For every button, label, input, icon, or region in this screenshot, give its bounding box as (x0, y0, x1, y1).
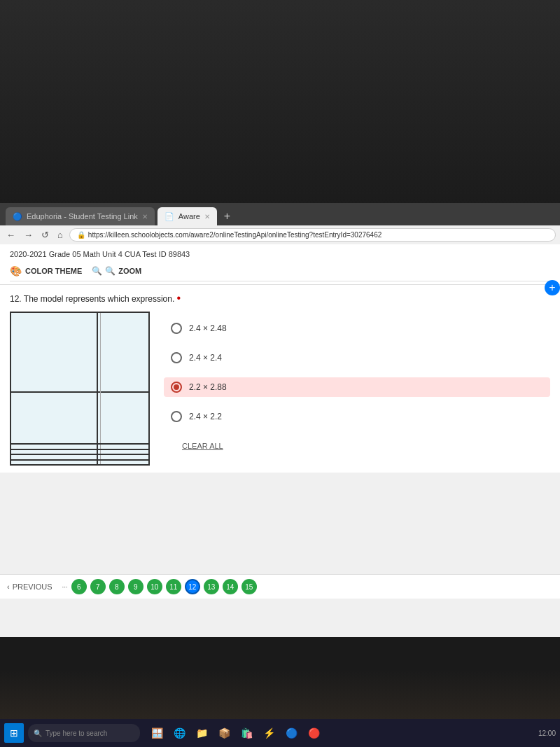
taskbar-app-dropbox[interactable]: 📦 (214, 723, 234, 743)
back-button[interactable]: ← (4, 230, 18, 240)
search-placeholder: Type here to search (46, 729, 107, 737)
tab-label: Eduphoria - Student Testing Link (27, 212, 138, 221)
stripe-4 (11, 459, 148, 461)
taskbar-app-chrome[interactable]: 🔵 (281, 723, 301, 743)
taskbar: ⊞ 🔍 Type here to search 🪟 🌐 📁 📦 🛍️ ⚡ 🔵 🔴… (0, 719, 560, 747)
zoom-out-icon[interactable]: 🔍 (92, 266, 102, 276)
test-info-bar: 2020-2021 Grade 05 Math Unit 4 CUA Test … (0, 244, 560, 285)
bottom-photo (0, 670, 560, 719)
ellipsis: ··· (62, 583, 68, 591)
tab-favicon: 🔵 (13, 212, 22, 221)
tab-favicon-2: 📄 (164, 212, 174, 221)
tab-label-2: Aware (178, 212, 200, 221)
taskbar-app-folder[interactable]: 📁 (192, 723, 211, 743)
laptop-screen: 🔵 Eduphoria - Student Testing Link ✕ 📄 A… (0, 203, 560, 637)
browser-chrome: 🔵 Eduphoria - Student Testing Link ✕ 📄 A… (0, 203, 560, 225)
tab-close-2[interactable]: ✕ (204, 213, 210, 221)
start-button[interactable]: ⊞ (4, 723, 24, 743)
clear-all-button[interactable]: CLEAR ALL (182, 442, 550, 450)
zoom-label: ZOOM (118, 267, 141, 275)
page-6[interactable]: 6 (71, 579, 87, 594)
search-icon: 🔍 (34, 729, 42, 737)
question-body-text: The model represents which expression. (24, 294, 174, 304)
question-number: 12. (10, 294, 24, 304)
radio-a[interactable] (171, 323, 182, 334)
test-info-text: 2020-2021 Grade 05 Math Unit 4 CUA Test … (10, 247, 550, 261)
choice-a[interactable]: 2.4 × 2.48 (164, 319, 550, 338)
choice-c-text: 2.2 × 2.88 (189, 382, 227, 392)
grid-model (10, 312, 150, 466)
float-action-button[interactable]: + (545, 280, 560, 295)
page-12[interactable]: 12 (185, 579, 200, 594)
taskbar-app-windows[interactable]: 🪟 (147, 723, 167, 743)
choice-a-text: 2.4 × 2.48 (189, 323, 227, 333)
bottom-stripes (11, 440, 148, 464)
horizontal-divider (11, 391, 148, 393)
page-7[interactable]: 7 (90, 579, 106, 594)
page-11[interactable]: 11 (166, 579, 181, 594)
taskbar-time: 12:00 (538, 729, 556, 737)
page-14[interactable]: 14 (223, 579, 238, 594)
grid-model-inner (11, 313, 148, 464)
new-tab-button[interactable]: + (220, 210, 234, 223)
home-button[interactable]: ⌂ (55, 230, 65, 240)
choice-b-text: 2.4 × 2.4 (189, 353, 222, 363)
radio-c[interactable] (171, 382, 182, 393)
address-bar[interactable]: 🔒 https://killeen.schoolobjects.com/awar… (69, 228, 556, 242)
taskbar-app-store[interactable]: 🛍️ (237, 723, 256, 743)
required-indicator: • (177, 292, 181, 304)
address-bar-row: ← → ↺ ⌂ 🔒 https://killeen.schoolobjects.… (0, 225, 560, 244)
refresh-button[interactable]: ↺ (39, 230, 51, 240)
prev-label: PREVIOUS (13, 582, 52, 591)
taskbar-apps: 🪟 🌐 📁 📦 🛍️ ⚡ 🔵 🔴 (147, 723, 323, 743)
tab-aware[interactable]: 📄 Aware ✕ (158, 207, 217, 225)
choice-c[interactable]: 2.2 × 2.88 (164, 377, 550, 397)
radio-d[interactable] (171, 411, 182, 422)
question-body: 2.4 × 2.48 2.4 × 2.4 2.2 × 2.88 2.4 × (10, 312, 550, 466)
choice-d[interactable]: 2.4 × 2.2 (164, 407, 550, 426)
color-wheel-icon: 🎨 (10, 265, 22, 277)
bottom-navigation: ‹ PREVIOUS ··· 6 7 8 9 10 11 12 13 14 15 (0, 574, 560, 599)
radio-c-inner (174, 384, 179, 390)
choice-b[interactable]: 2.4 × 2.4 (164, 348, 550, 368)
lock-icon: 🔒 (77, 231, 85, 239)
forward-button[interactable]: → (22, 230, 35, 240)
previous-button[interactable]: ‹ PREVIOUS (7, 582, 52, 591)
page-9[interactable]: 9 (128, 579, 144, 594)
url-text: https://killeen.schoolobjects.com/aware2… (88, 231, 382, 239)
tab-close-1[interactable]: ✕ (142, 213, 148, 221)
zoom-section: 🔍 🔍 ZOOM (92, 266, 141, 276)
taskbar-app-edge[interactable]: 🌐 (169, 723, 189, 743)
page-13[interactable]: 13 (204, 579, 219, 594)
toolbar: 🎨 COLOR THEME 🔍 🔍 ZOOM (10, 261, 550, 281)
radio-b[interactable] (171, 352, 182, 363)
stripe-2 (11, 449, 148, 450)
taskbar-app-bolt[interactable]: ⚡ (259, 723, 279, 743)
taskbar-search-bar[interactable]: 🔍 Type here to search (28, 724, 140, 742)
answer-choices: 2.4 × 2.48 2.4 × 2.4 2.2 × 2.88 2.4 × (164, 312, 550, 450)
tab-eduphoria[interactable]: 🔵 Eduphoria - Student Testing Link ✕ (6, 207, 155, 225)
color-theme-button[interactable]: 🎨 COLOR THEME (10, 265, 82, 277)
question-area: 12. The model represents which expressio… (0, 285, 560, 473)
stripe-3 (11, 454, 148, 455)
page-numbers: ··· 6 7 8 9 10 11 12 13 14 15 (62, 579, 257, 594)
page-15[interactable]: 15 (241, 579, 257, 594)
photo-background (0, 0, 560, 224)
zoom-in-icon[interactable]: 🔍 (105, 266, 115, 276)
taskbar-app-red[interactable]: 🔴 (304, 723, 323, 743)
stripe-1 (11, 443, 148, 445)
choice-d-text: 2.4 × 2.2 (189, 412, 222, 421)
tab-bar: 🔵 Eduphoria - Student Testing Link ✕ 📄 A… (6, 207, 554, 225)
color-theme-label: COLOR THEME (25, 267, 82, 275)
question-text: 12. The model represents which expressio… (10, 292, 550, 305)
page-8[interactable]: 8 (109, 579, 125, 594)
prev-chevron: ‹ (7, 582, 10, 591)
page-10[interactable]: 10 (147, 579, 162, 594)
taskbar-right: 12:00 (538, 729, 556, 737)
